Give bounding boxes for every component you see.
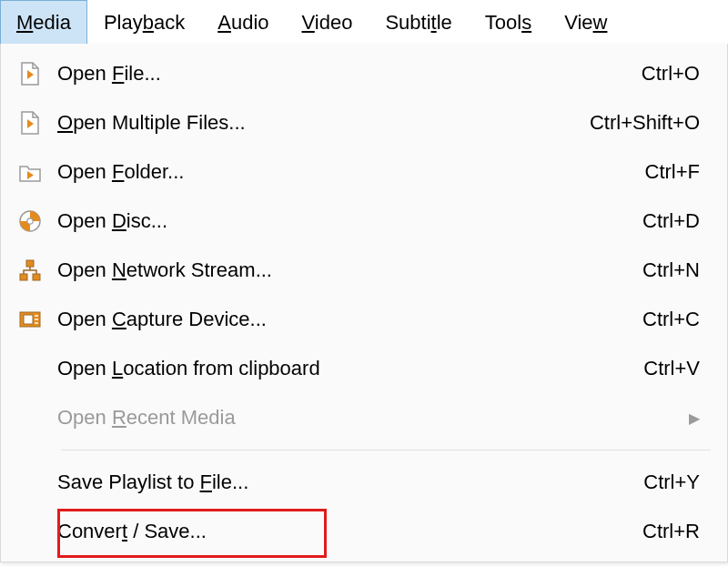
menu-item-label: Open Recent Media xyxy=(57,406,680,430)
menubar-item-tools[interactable]: Tools xyxy=(469,0,548,44)
menu-item-label: Open File... xyxy=(57,62,642,86)
menu-item-label: Open Disc... xyxy=(57,209,642,233)
svg-rect-2 xyxy=(26,260,34,267)
menu-item-open-network-stream[interactable]: Open Network Stream...Ctrl+N xyxy=(1,246,727,295)
menubar-item-video[interactable]: Video xyxy=(286,0,369,44)
menu-item-open-multiple-files[interactable]: Open Multiple Files...Ctrl+Shift+O xyxy=(1,98,727,147)
menu-item-shortcut: Ctrl+F xyxy=(645,160,701,184)
media-dropdown-menu: Open File...Ctrl+OOpen Multiple Files...… xyxy=(0,44,728,562)
menu-item-shortcut: Ctrl+Shift+O xyxy=(590,111,700,135)
menu-item-label: Open Location from clipboard xyxy=(57,357,643,380)
menu-item-open-location-from-clipboard[interactable]: Open Location from clipboardCtrl+V xyxy=(1,344,727,393)
menu-item-shortcut: Ctrl+Y xyxy=(643,471,700,494)
menu-item-open-folder[interactable]: Open Folder...Ctrl+F xyxy=(1,147,727,197)
menu-item-open-capture-device[interactable]: Open Capture Device...Ctrl+C xyxy=(1,295,727,344)
menu-item-label: Open Network Stream... xyxy=(57,258,642,282)
menubar-item-label: Subtitle xyxy=(385,11,451,35)
menubar-item-label: Video xyxy=(302,11,353,35)
menubar-item-audio[interactable]: Audio xyxy=(201,0,285,44)
menubar-item-subtitle[interactable]: Subtitle xyxy=(369,0,468,44)
menu-item-open-disc[interactable]: Open Disc...Ctrl+D xyxy=(1,197,727,246)
svg-rect-4 xyxy=(33,274,40,280)
menubar: MediaPlaybackAudioVideoSubtitleToolsView xyxy=(0,0,728,44)
menu-item-label: Open Capture Device... xyxy=(57,308,642,331)
menu-item-shortcut: Ctrl+C xyxy=(642,308,700,331)
svg-rect-3 xyxy=(20,274,27,280)
chevron-right-icon: ▶ xyxy=(689,410,700,427)
menu-item-label: Open Multiple Files... xyxy=(57,111,590,135)
menu-item-shortcut: Ctrl+O xyxy=(642,62,700,86)
menu-item-shortcut: Ctrl+N xyxy=(642,258,700,282)
menubar-item-view[interactable]: View xyxy=(548,0,623,44)
svg-rect-6 xyxy=(24,315,33,324)
file-play-icon xyxy=(17,61,57,86)
menubar-item-label: Audio xyxy=(217,11,268,35)
svg-point-1 xyxy=(27,218,33,224)
menu-item-save-playlist-to-file[interactable]: Save Playlist to File...Ctrl+Y xyxy=(1,458,727,507)
menu-item-label: Open Folder... xyxy=(57,160,645,184)
menu-item-convert-save[interactable]: Convert / Save...Ctrl+R xyxy=(1,507,727,556)
menu-item-label: Convert / Save... xyxy=(57,520,642,543)
menu-item-shortcut: Ctrl+D xyxy=(642,209,700,233)
menubar-item-playback[interactable]: Playback xyxy=(87,0,201,44)
menu-separator xyxy=(61,450,711,450)
menubar-item-label: Playback xyxy=(104,11,185,35)
menubar-item-label: View xyxy=(564,11,607,35)
disc-icon xyxy=(17,208,57,234)
folder-play-icon xyxy=(17,159,57,185)
capture-device-icon xyxy=(17,307,57,332)
menu-item-open-file[interactable]: Open File...Ctrl+O xyxy=(1,49,727,98)
network-icon xyxy=(17,258,57,283)
menubar-item-label: Tools xyxy=(485,11,531,35)
menubar-item-label: Media xyxy=(16,11,71,35)
menu-item-shortcut: Ctrl+R xyxy=(642,520,700,543)
file-play-icon xyxy=(17,110,57,136)
menu-item-shortcut: Ctrl+V xyxy=(643,357,700,380)
menu-item-open-recent-media: Open Recent Media▶ xyxy=(1,393,727,442)
menubar-item-media[interactable]: Media xyxy=(0,0,87,44)
menu-item-label: Save Playlist to File... xyxy=(57,471,643,494)
